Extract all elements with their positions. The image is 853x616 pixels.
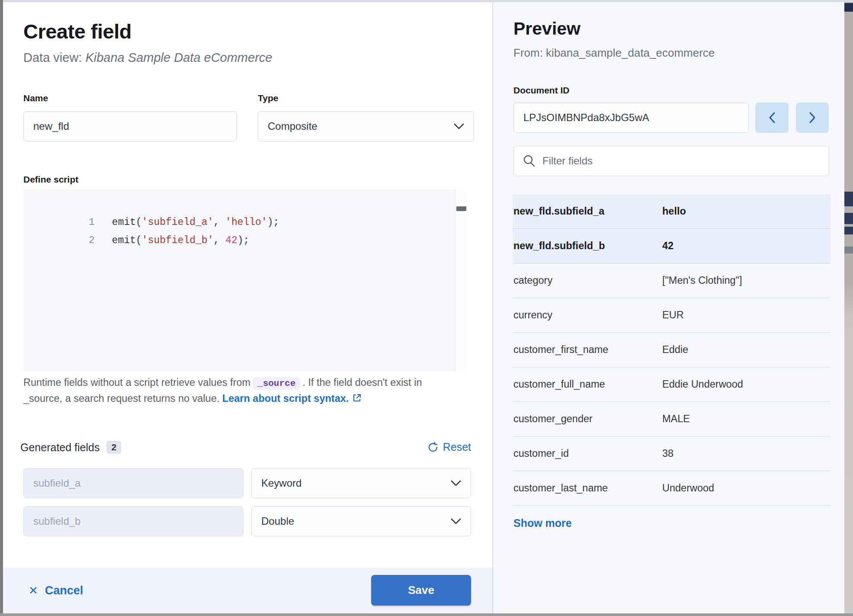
source-code-badge: _source <box>253 377 300 390</box>
show-more-link[interactable]: Show more <box>513 517 572 529</box>
field-value: hello <box>662 205 831 217</box>
preview-field-row: new_fld.subfield_a hello <box>513 194 831 229</box>
chevron-down-icon <box>451 518 461 524</box>
refresh-icon <box>427 442 439 453</box>
field-value: 42 <box>662 240 831 252</box>
preview-field-row: customer_gender MALE <box>513 402 831 436</box>
create-field-flyout: Create field Data view: Kibana Sample Da… <box>3 2 492 613</box>
search-icon <box>523 154 536 167</box>
preview-field-list: new_fld.subfield_a hello new_fld.subfiel… <box>513 194 831 506</box>
generated-fields-count-badge: 2 <box>106 441 121 454</box>
preview-field-row: category ["Men's Clothing"] <box>513 263 831 298</box>
flyout-footer: ✕ Cancel Save <box>3 568 492 613</box>
field-name: customer_gender <box>513 413 662 425</box>
preview-field-row: customer_first_name Eddie <box>513 333 831 367</box>
window-bottom-border <box>0 613 853 616</box>
generated-field-name-input[interactable] <box>23 506 244 536</box>
field-name: new_fld.subfield_b <box>513 240 662 252</box>
filter-fields-search[interactable] <box>513 146 829 176</box>
background-page-scrollbar[interactable] <box>844 2 853 613</box>
field-value: Eddie <box>662 344 831 356</box>
name-label: Name <box>23 93 48 103</box>
reset-button[interactable]: Reset <box>427 441 471 453</box>
define-script-label: Define script <box>23 174 78 185</box>
field-value: ["Men's Clothing"] <box>662 275 831 286</box>
next-document-button[interactable] <box>796 103 829 133</box>
editor-scrollbar-thumb[interactable] <box>456 206 466 211</box>
field-name: category <box>513 275 662 286</box>
chevron-left-icon <box>769 112 776 123</box>
data-view-label: Data view: <box>23 51 85 64</box>
script-help-text: Runtime fields without a script retrieve… <box>23 375 462 406</box>
window-left-border <box>0 0 3 616</box>
learn-script-syntax-link[interactable]: Learn about script syntax. <box>222 393 349 404</box>
generated-fields-heading: Generated fields 2 <box>20 441 121 454</box>
code-line: 1emit('subfield_a', 'hello'); <box>23 195 467 213</box>
field-value: 38 <box>662 448 831 459</box>
preview-title: Preview <box>513 19 580 39</box>
scrollbar-mark <box>844 192 853 206</box>
field-name: customer_full_name <box>513 379 662 390</box>
field-value: MALE <box>662 413 831 425</box>
external-link-icon <box>352 393 362 403</box>
script-code-editor[interactable]: 1emit('subfield_a', 'hello'); 2emit('sub… <box>23 189 467 372</box>
scrollbar-mark <box>844 227 853 234</box>
name-input[interactable] <box>23 111 237 141</box>
preview-field-row: currency EUR <box>513 298 831 333</box>
preview-panel: Preview From: kibana_sample_data_ecommer… <box>493 2 844 613</box>
preview-field-row: customer_full_name Eddie Underwood <box>513 367 831 402</box>
generated-field-type-select[interactable]: Double <box>251 506 471 536</box>
preview-from-line: From: kibana_sample_data_ecommerce <box>513 46 715 60</box>
type-label: Type <box>258 93 278 103</box>
chevron-down-icon <box>454 123 464 129</box>
preview-field-row: customer_last_name Underwood <box>513 471 831 506</box>
line-number: 2 <box>59 231 95 250</box>
preview-field-row: customer_id 38 <box>513 436 831 471</box>
preview-field-row: new_fld.subfield_b 42 <box>513 229 831 263</box>
data-view-name: Kibana Sample Data eCommerce <box>85 51 272 64</box>
field-value: Eddie Underwood <box>662 379 831 390</box>
field-value: Underwood <box>662 482 831 494</box>
scrollbar-mark <box>844 3 853 12</box>
field-name: customer_last_name <box>513 482 662 494</box>
field-value: EUR <box>662 309 831 321</box>
save-button[interactable]: Save <box>371 575 471 606</box>
field-name: customer_id <box>513 448 662 459</box>
reset-label: Reset <box>443 441 471 453</box>
field-name: customer_first_name <box>513 344 662 356</box>
cancel-button[interactable]: ✕ Cancel <box>29 568 83 613</box>
field-name: currency <box>513 309 662 321</box>
editor-scrollbar[interactable] <box>455 189 467 372</box>
page-title: Create field <box>23 19 131 43</box>
chevron-right-icon <box>809 112 816 123</box>
code-line: 2emit('subfield_b', 42); <box>23 213 467 231</box>
type-select[interactable]: Composite <box>258 111 474 141</box>
generated-field-name-input[interactable] <box>23 468 244 498</box>
previous-document-button[interactable] <box>755 103 789 133</box>
scrollbar-mark <box>844 213 853 224</box>
field-name: new_fld.subfield_a <box>513 205 662 217</box>
close-icon: ✕ <box>29 584 38 597</box>
type-select-value: Composite <box>268 120 317 132</box>
document-id-input[interactable] <box>513 103 749 133</box>
data-view-subtitle: Data view: Kibana Sample Data eCommerce <box>23 51 272 65</box>
cancel-label: Cancel <box>45 584 83 597</box>
chevron-down-icon <box>451 480 461 486</box>
filter-fields-input[interactable] <box>542 155 802 167</box>
generated-field-type-select[interactable]: Keyword <box>251 468 471 498</box>
document-id-label: Document ID <box>513 85 570 96</box>
scrollbar-mark <box>844 247 853 253</box>
